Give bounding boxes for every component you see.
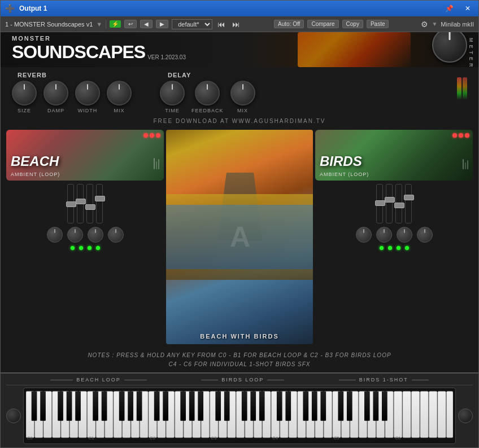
beach-knob-2[interactable]	[67, 227, 83, 243]
vol-knob[interactable]	[432, 32, 467, 63]
delay-knobs: TIME FEEDBACK MIX	[160, 81, 255, 113]
birds-fader-track-2[interactable]	[386, 184, 393, 223]
beach-fader-4[interactable]	[96, 184, 103, 223]
transport-end[interactable]: ⏭	[230, 20, 242, 29]
black-key[interactable]	[40, 391, 46, 420]
black-key[interactable]	[180, 391, 186, 420]
white-key[interactable]	[394, 391, 402, 437]
birds-fader-track-3[interactable]	[395, 184, 402, 223]
white-key-last[interactable]	[446, 391, 453, 437]
black-key[interactable]	[382, 391, 387, 420]
beach-thumb[interactable]: BEACH AMBIENT (LOOP)	[6, 130, 164, 181]
black-key[interactable]	[154, 391, 160, 420]
black-key[interactable]	[215, 391, 221, 420]
black-key[interactable]	[338, 391, 343, 420]
black-key[interactable]	[58, 391, 63, 420]
black-key[interactable]	[347, 391, 352, 420]
undo-button[interactable]: ↩	[124, 20, 137, 28]
damp-knob[interactable]	[43, 81, 68, 106]
black-key[interactable]	[67, 391, 72, 420]
black-key[interactable]	[224, 391, 230, 420]
feedback-knob[interactable]	[195, 81, 220, 106]
white-key[interactable]	[411, 391, 420, 437]
nav-back-button[interactable]: ◀	[140, 20, 153, 28]
white-key[interactable]	[403, 391, 411, 437]
birds-fader-4[interactable]	[405, 184, 412, 223]
black-key[interactable]	[75, 391, 81, 420]
fader-handle-3[interactable]	[85, 204, 95, 210]
compare-button[interactable]: Compare	[307, 20, 338, 28]
fader-handle-2[interactable]	[76, 199, 86, 204]
black-key[interactable]	[93, 391, 98, 420]
reverb-mix-knob[interactable]	[107, 81, 132, 106]
copy-button[interactable]: Copy	[342, 20, 363, 28]
black-key[interactable]	[320, 391, 326, 420]
black-key[interactable]	[128, 391, 133, 420]
time-knob[interactable]	[160, 81, 185, 106]
fader-track-4[interactable]	[96, 184, 103, 223]
birds-fader-handle-2[interactable]	[385, 197, 395, 203]
c6-label: C6	[395, 436, 400, 441]
white-key[interactable]	[429, 391, 437, 437]
birds-fader-track-4[interactable]	[405, 184, 412, 223]
fader-handle-4[interactable]	[95, 196, 105, 201]
birds-fader-3[interactable]	[395, 184, 402, 223]
birds-fader-handle-1[interactable]	[375, 200, 385, 206]
black-key[interactable]	[242, 391, 247, 420]
beach-knob-1[interactable]	[47, 227, 63, 243]
width-knob[interactable]	[75, 81, 100, 106]
beach-knob-4[interactable]	[108, 227, 124, 243]
black-key[interactable]	[303, 391, 308, 420]
birds-fader-handle-3[interactable]	[394, 203, 404, 208]
white-key[interactable]	[438, 391, 446, 437]
auto-button[interactable]: ⚡	[110, 20, 121, 28]
title-bar: ➕ Output 1 📌 ✕	[1, 1, 478, 16]
black-key[interactable]	[364, 391, 370, 420]
black-key[interactable]	[198, 391, 203, 420]
black-key[interactable]	[102, 391, 107, 420]
birds-fader-handle-4[interactable]	[404, 195, 414, 200]
pin-button[interactable]: 📌	[442, 3, 457, 14]
black-key[interactable]	[32, 391, 37, 420]
size-knob[interactable]	[12, 81, 37, 106]
birds-knob-2[interactable]	[376, 227, 392, 243]
black-key[interactable]	[189, 391, 195, 420]
black-key[interactable]	[119, 391, 125, 420]
fader-track-3[interactable]	[86, 184, 93, 223]
birds-faders	[315, 183, 473, 225]
preset-dropdown[interactable]: default*	[172, 19, 212, 29]
white-key[interactable]	[420, 391, 429, 437]
piano-knob-right[interactable]	[458, 409, 473, 423]
settings-button[interactable]: ⚙	[421, 20, 428, 29]
nav-forward-button[interactable]: ▶	[156, 20, 168, 28]
birds-thumb[interactable]: BIRDS AMBIENT (LOOP)	[315, 130, 473, 181]
beach-knob-3[interactable]	[88, 227, 103, 243]
birds-fader-2[interactable]	[386, 184, 393, 223]
black-key[interactable]	[259, 391, 265, 420]
transport-start[interactable]: ⏮	[216, 20, 227, 29]
dropdown-arrow[interactable]: ▼	[96, 21, 102, 28]
fader-track-1[interactable]	[67, 184, 74, 223]
black-key[interactable]	[137, 391, 142, 420]
birds-fader-1[interactable]	[376, 184, 383, 223]
close-button[interactable]: ✕	[461, 3, 474, 14]
black-key[interactable]	[163, 391, 168, 420]
birds-knob-3[interactable]	[397, 227, 412, 243]
fader-handle-1[interactable]	[66, 201, 76, 207]
beach-fader-3[interactable]	[86, 184, 93, 223]
beach-fader-1[interactable]	[67, 184, 74, 223]
paste-button[interactable]: Paste	[367, 20, 389, 28]
birds-knob-4[interactable]	[417, 227, 433, 243]
beach-fader-2[interactable]	[77, 184, 84, 223]
black-key[interactable]	[277, 391, 282, 420]
black-key[interactable]	[250, 391, 256, 420]
delay-mix-knob[interactable]	[230, 81, 255, 106]
black-key[interactable]	[373, 391, 378, 420]
black-key[interactable]	[312, 391, 317, 420]
birds-fader-track-1[interactable]	[376, 184, 383, 223]
auto-off-label[interactable]: Auto: Off	[274, 20, 304, 28]
black-key[interactable]	[285, 391, 291, 420]
birds-knob-1[interactable]	[356, 227, 372, 243]
piano-knob-left[interactable]	[6, 409, 21, 423]
fader-track-2[interactable]	[77, 184, 84, 223]
